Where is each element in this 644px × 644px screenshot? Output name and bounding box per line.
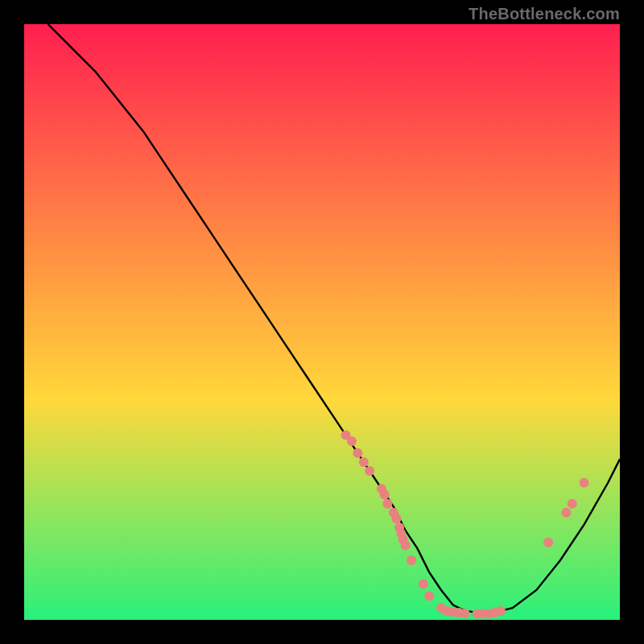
curve-marker [392, 514, 402, 523]
curve-marker [580, 478, 589, 488]
curve-marker [460, 609, 470, 618]
gradient-background [24, 24, 620, 620]
bottleneck-chart [24, 24, 620, 620]
curve-marker [419, 580, 428, 589]
curve-marker [401, 541, 411, 551]
curve-marker [543, 538, 553, 547]
curve-marker [359, 457, 369, 467]
curve-marker [407, 555, 416, 565]
curve-marker [568, 499, 577, 509]
curve-marker [380, 490, 390, 500]
curve-marker [496, 606, 506, 616]
chart-frame [24, 24, 620, 620]
curve-marker [353, 448, 362, 458]
watermark-text: TheBottleneck.com [469, 5, 620, 23]
curve-marker [561, 508, 571, 518]
curve-marker [424, 591, 434, 601]
bottom-green-band [24, 609, 620, 620]
curve-marker [347, 436, 357, 446]
curve-marker [382, 499, 392, 509]
curve-marker [365, 466, 374, 476]
